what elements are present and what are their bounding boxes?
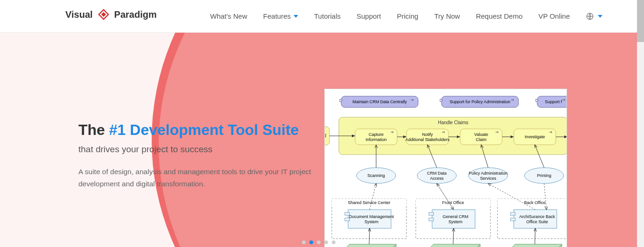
- svg-text:Information: Information: [365, 137, 386, 142]
- brand-logo-mark: [96, 7, 112, 22]
- svg-text:Notify: Notify: [422, 132, 433, 137]
- nav-item-label: Support: [357, 12, 381, 20]
- globe-icon: [586, 12, 594, 21]
- nav-item-label: Pricing: [397, 12, 419, 20]
- language-selector[interactable]: [586, 12, 602, 21]
- hero-description: A suite of design, analysis and manageme…: [78, 166, 326, 191]
- svg-text:Maintain CRM Data Centrally: Maintain CRM Data Centrally: [352, 99, 407, 104]
- hero-title: The #1 Development Tool Suite: [78, 121, 326, 139]
- carousel-dot-1[interactable]: [309, 240, 313, 244]
- svg-text:Investigate: Investigate: [525, 134, 545, 139]
- svg-rect-62: [429, 218, 434, 221]
- top-nav: Visual Paradigm What's NewFeaturesTutori…: [0, 0, 637, 33]
- nav-item-features[interactable]: Features: [263, 12, 298, 20]
- archimate-diagram: Maintain CRM Data CentrallySupport for P…: [325, 89, 567, 247]
- svg-text:General CRM: General CRM: [442, 214, 468, 219]
- nav-item-pricing[interactable]: Pricing: [397, 12, 419, 20]
- brand-word-1: Visual: [65, 9, 93, 20]
- nav-items: What's NewFeaturesTutorialsSupportPricin…: [210, 12, 602, 21]
- svg-text:Policy Administration: Policy Administration: [469, 171, 507, 176]
- hero-diagram-panel: Maintain CRM Data CentrallySupport for P…: [324, 89, 567, 247]
- svg-text:ArchiSurance Back: ArchiSurance Back: [519, 214, 555, 219]
- brand-word-2: Paradigm: [114, 9, 157, 20]
- nav-item-support[interactable]: Support: [357, 12, 381, 20]
- carousel-dot-2[interactable]: [317, 240, 321, 244]
- svg-text:Front Office: Front Office: [442, 200, 464, 205]
- nav-item-label: Tutorials: [314, 12, 341, 20]
- svg-text:Printing: Printing: [537, 173, 552, 178]
- svg-text:Capture: Capture: [369, 132, 384, 137]
- nav-item-label: Request Demo: [476, 12, 523, 20]
- svg-text:ved: ved: [325, 133, 326, 138]
- svg-text:Back Office: Back Office: [524, 200, 546, 205]
- svg-line-96: [535, 228, 535, 244]
- svg-text:Claim: Claim: [476, 137, 486, 142]
- hero-title-prefix: The: [78, 121, 109, 138]
- svg-text:System: System: [448, 219, 462, 224]
- svg-text:Shared Service Center: Shared Service Center: [348, 200, 390, 205]
- svg-text:Handle Claims: Handle Claims: [438, 120, 468, 125]
- svg-text:Valuate: Valuate: [474, 132, 488, 137]
- svg-line-88: [453, 228, 454, 244]
- svg-text:Access: Access: [430, 176, 444, 181]
- svg-marker-73: [346, 244, 396, 247]
- brand-logo[interactable]: Visual Paradigm: [65, 7, 157, 22]
- chevron-down-icon: [598, 15, 602, 18]
- carousel-dot-4[interactable]: [332, 240, 336, 244]
- svg-text:Scanning: Scanning: [367, 173, 385, 178]
- carousel-dot-0[interactable]: [302, 240, 306, 244]
- chevron-down-icon: [294, 15, 298, 18]
- svg-line-80: [369, 228, 370, 244]
- nav-item-vp-online[interactable]: VP Online: [539, 12, 570, 20]
- svg-text:Services: Services: [480, 176, 497, 181]
- hero-subtitle: that drives your project to success: [78, 144, 326, 155]
- hero-section: The #1 Development Tool Suite that drive…: [0, 33, 637, 247]
- hero-text-block: The #1 Development Tool Suite that drive…: [78, 121, 326, 191]
- nav-item-label: VP Online: [539, 12, 570, 20]
- svg-text:Document Management: Document Management: [349, 214, 394, 219]
- nav-item-label: What's New: [210, 12, 247, 20]
- nav-item-request-demo[interactable]: Request Demo: [476, 12, 523, 20]
- svg-rect-67: [511, 212, 515, 215]
- nav-item-what-s-new[interactable]: What's New: [210, 12, 247, 20]
- nav-item-try-now[interactable]: Try Now: [434, 12, 460, 20]
- scrollbar-thumb[interactable]: [637, 0, 644, 42]
- svg-text:Support for Policy Administrat: Support for Policy Administration: [449, 99, 510, 104]
- nav-item-label: Try Now: [434, 12, 460, 20]
- svg-text:Additional Stakeholders: Additional Stakeholders: [406, 137, 450, 142]
- nav-item-label: Features: [263, 12, 291, 20]
- carousel-dot-3[interactable]: [324, 240, 328, 244]
- carousel-dots: [302, 240, 336, 244]
- svg-marker-89: [511, 244, 562, 247]
- svg-text:System: System: [364, 219, 378, 224]
- svg-text:Office Suite: Office Suite: [526, 219, 548, 224]
- svg-rect-61: [429, 212, 434, 215]
- svg-rect-68: [511, 218, 515, 221]
- svg-marker-81: [430, 244, 480, 247]
- nav-item-tutorials[interactable]: Tutorials: [314, 12, 341, 20]
- svg-text:CRM Data: CRM Data: [427, 171, 447, 176]
- hero-title-accent: #1 Development Tool Suite: [109, 121, 299, 138]
- svg-text:Support f: Support f: [545, 99, 562, 104]
